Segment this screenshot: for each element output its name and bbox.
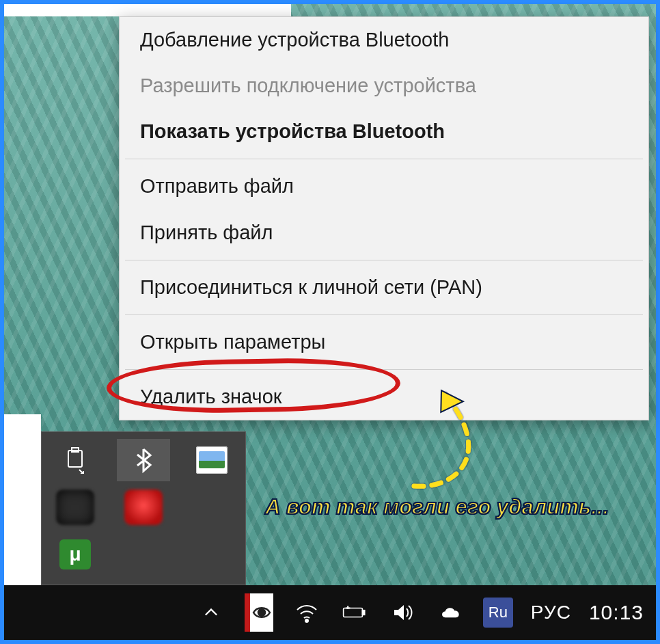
- context-menu-separator: [125, 260, 643, 260]
- wifi-icon[interactable]: [292, 585, 322, 640]
- svg-rect-5: [343, 608, 362, 617]
- context-menu-item[interactable]: Присоединиться к личной сети (PAN): [120, 265, 648, 310]
- window-chrome-strip: [4, 4, 291, 16]
- context-menu-separator: [125, 369, 643, 370]
- taskbar: Ru РУС 10:13: [4, 585, 656, 640]
- bluetooth-icon[interactable]: [117, 439, 170, 481]
- recorder-icon[interactable]: [117, 486, 170, 528]
- context-menu-item[interactable]: Открыть параметры: [120, 319, 648, 365]
- battery-charging-icon[interactable]: [340, 585, 370, 640]
- svg-point-4: [305, 619, 308, 622]
- context-menu-item[interactable]: Принять файл: [120, 210, 648, 256]
- context-menu-separator: [125, 159, 643, 159]
- svg-point-3: [258, 609, 265, 616]
- taskbar-clock[interactable]: 10:13: [589, 601, 644, 624]
- input-language[interactable]: РУС: [531, 602, 571, 623]
- photos-icon[interactable]: [185, 439, 238, 481]
- onedrive-icon[interactable]: [435, 585, 465, 640]
- window-chrome-side: [4, 414, 41, 585]
- screenshot-frame: Добавление устройства BluetoothРазрешить…: [0, 0, 660, 644]
- annotation-text: А вот так могли его удалить...: [265, 495, 609, 520]
- tray-chevron-up-icon[interactable]: [196, 585, 226, 640]
- eye-app-icon[interactable]: [244, 585, 274, 640]
- language-badge[interactable]: Ru: [483, 585, 513, 640]
- app-icon-dark[interactable]: [49, 486, 102, 528]
- system-tray-overflow[interactable]: μ: [41, 431, 246, 585]
- context-menu-item[interactable]: Добавление устройства Bluetooth: [120, 17, 648, 63]
- context-menu-item: Разрешить подключение устройства: [120, 63, 648, 109]
- context-menu-item[interactable]: Удалить значок: [120, 374, 648, 420]
- utorrent-icon[interactable]: μ: [49, 533, 102, 576]
- volume-icon[interactable]: [387, 585, 417, 640]
- svg-rect-1: [68, 451, 82, 467]
- context-menu-item[interactable]: Отправить файл: [120, 163, 648, 209]
- context-menu-separator: [125, 314, 643, 315]
- bluetooth-context-menu: Добавление устройства BluetoothРазрешить…: [119, 16, 649, 420]
- context-menu-item[interactable]: Показать устройства Bluetooth: [120, 109, 648, 155]
- svg-rect-6: [362, 611, 364, 615]
- usb-eject-icon[interactable]: [49, 439, 102, 481]
